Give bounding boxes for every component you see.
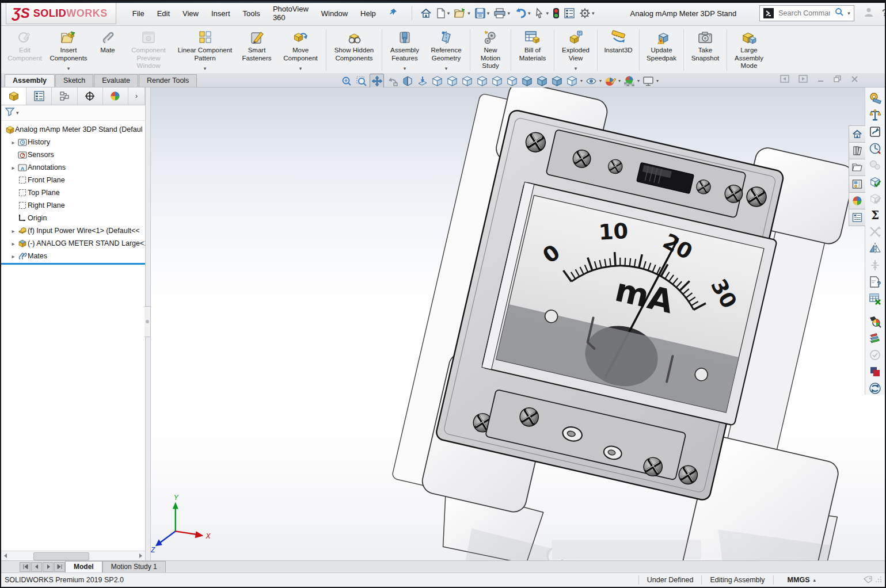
search-commands-input[interactable] (777, 9, 831, 18)
compare-documents-icon[interactable] (869, 365, 881, 378)
normal-to-icon[interactable] (416, 74, 429, 87)
compress-icon[interactable] (869, 259, 881, 272)
units-selector[interactable]: MMGS (774, 576, 813, 584)
tab-render-tools[interactable]: Render Tools (139, 74, 197, 87)
expand-tabs-arrow[interactable]: › (128, 87, 145, 105)
home-button[interactable] (419, 6, 433, 20)
pan-icon[interactable] (370, 74, 384, 88)
check-active-document-icon[interactable] (869, 175, 881, 188)
panel-splitter[interactable] (146, 87, 151, 560)
tab-assembly[interactable]: Assembly (5, 74, 55, 87)
mirror-components-icon[interactable] (869, 242, 881, 255)
tree-item-top-plane[interactable]: Top Plane (1, 186, 145, 199)
scrollbar-thumb[interactable] (33, 552, 89, 560)
hide-show-caret[interactable]: ▾ (599, 78, 602, 83)
large-assembly-mode-button[interactable]: Large Assembly Mode (730, 27, 768, 73)
view-top-icon[interactable] (490, 74, 504, 87)
new-motion-study-button[interactable]: New Motion Study (473, 27, 508, 73)
search-magnifier-icon[interactable] (835, 7, 844, 19)
collaborate-sync-icon[interactable] (869, 382, 881, 395)
display-shaded-icon[interactable] (535, 74, 549, 87)
assembly-visualization-icon[interactable] (869, 159, 881, 171)
take-snapshot-button[interactable]: Take Snapshot (687, 27, 724, 73)
save-button[interactable]: ▾ (473, 6, 491, 20)
file-explorer-tab[interactable] (849, 159, 865, 176)
move-component-button[interactable]: Move Component (278, 27, 323, 73)
meter-assembly[interactable]: 0102030 mA (381, 87, 885, 560)
bill-of-materials-button[interactable]: Bill of Materials (514, 27, 551, 73)
tab-evaluate[interactable]: Evaluate (94, 74, 138, 87)
import-diagnostics-icon[interactable]: ? (869, 276, 881, 288)
doc-restore-icon[interactable] (834, 75, 842, 85)
new-document-button[interactable]: ▾ (435, 6, 451, 20)
print-button[interactable]: ▾ (492, 6, 511, 20)
measure-icon[interactable] (869, 92, 881, 105)
edit-component-button[interactable]: Edit Component (5, 27, 44, 73)
tree-item-annotations[interactable]: A Annotations (1, 161, 145, 174)
smart-fasteners-button[interactable]: Smart Fasteners (237, 27, 277, 73)
menu-view[interactable]: View (177, 6, 204, 21)
search-options-caret[interactable]: ▾ (847, 10, 850, 16)
view-left-icon[interactable] (461, 74, 474, 87)
tree-horizontal-scrollbar[interactable] (1, 551, 145, 560)
section-properties-icon[interactable] (869, 125, 881, 138)
display-hidden-lines-icon[interactable] (550, 74, 564, 87)
graphics-viewport[interactable]: 0102030 mA (151, 87, 885, 560)
design-checker-icon[interactable] (869, 192, 881, 205)
section-view-icon[interactable] (401, 74, 414, 87)
menu-insert[interactable]: Insert (206, 6, 236, 21)
open-button[interactable]: ▾ (452, 6, 471, 20)
motion-study-tab[interactable]: Motion Study 1 (102, 561, 166, 572)
filter-funnel-icon[interactable] (5, 107, 15, 119)
edit-appearance-icon[interactable] (603, 74, 617, 87)
collapse-right-pane-icon[interactable] (798, 75, 808, 85)
first-tab-button[interactable] (20, 562, 31, 572)
symmetry-check-icon[interactable] (869, 332, 881, 345)
units-caret[interactable]: ▴ (813, 577, 816, 583)
options-gear-button[interactable]: ▾ (578, 6, 596, 20)
view-front-icon[interactable] (431, 74, 444, 87)
view-palette-tab[interactable] (849, 175, 865, 193)
show-hidden-components-button[interactable]: Show Hidden Components (329, 27, 379, 73)
configurationmanager-tab[interactable] (52, 87, 77, 105)
prev-tab-button[interactable] (31, 562, 42, 572)
linear-component-pattern-button[interactable]: Linear Component Pattern (174, 27, 235, 73)
zoom-to-area-icon[interactable] (355, 74, 368, 87)
view-bottom-icon[interactable] (505, 74, 519, 87)
instant3d-button[interactable]: Instant3D (600, 27, 636, 73)
verification-icon[interactable] (869, 349, 881, 361)
equations-icon[interactable]: Σ (869, 209, 881, 222)
tree-item-front-plane[interactable]: Front Plane (1, 174, 145, 186)
menu-file[interactable]: File (127, 6, 150, 21)
featuremanager-tree-tab[interactable] (1, 87, 26, 105)
model-tab[interactable]: Model (65, 561, 102, 572)
next-tab-button[interactable] (43, 562, 54, 572)
exploded-view-button[interactable]: Exploded View (557, 27, 594, 73)
display-shaded-with-edges-icon[interactable] (520, 74, 534, 87)
last-tab-button[interactable] (54, 562, 65, 572)
rebuild-button[interactable] (552, 6, 561, 20)
collapse-left-pane-icon[interactable] (780, 75, 789, 85)
menu-edit[interactable]: Edit (151, 6, 176, 21)
custom-properties-tab[interactable] (849, 209, 865, 226)
appearances-scenes-tab[interactable] (849, 192, 865, 209)
view-back-icon[interactable] (446, 74, 459, 87)
design-table-icon[interactable] (869, 292, 881, 305)
undo-button[interactable]: ▾ (513, 6, 532, 20)
previous-view-icon[interactable] (386, 74, 399, 87)
tree-item-mates[interactable]: Mates (1, 250, 145, 262)
mate-button[interactable]: Mate (93, 27, 123, 73)
component-preview-window-button[interactable]: Component Preview Window (124, 27, 173, 73)
help-button[interactable]: ? (882, 7, 886, 19)
scroll-left-arrow[interactable] (1, 552, 10, 560)
insert-components-button[interactable]: Insert Components (45, 27, 92, 73)
tree-item-input-power-wire[interactable]: (f) Input Power Wire<1> (Default<< (1, 224, 145, 237)
display-style-icon[interactable] (565, 74, 579, 87)
dimxpertmanager-tab[interactable] (78, 87, 103, 105)
view-right-icon[interactable] (476, 74, 489, 87)
tab-sketch[interactable]: Sketch (55, 74, 93, 87)
apply-scene-caret[interactable]: ▾ (637, 78, 640, 83)
menu-window[interactable]: Window (315, 6, 353, 21)
tree-item-origin[interactable]: Origin (1, 212, 145, 224)
pin-menu-icon[interactable] (389, 7, 398, 19)
